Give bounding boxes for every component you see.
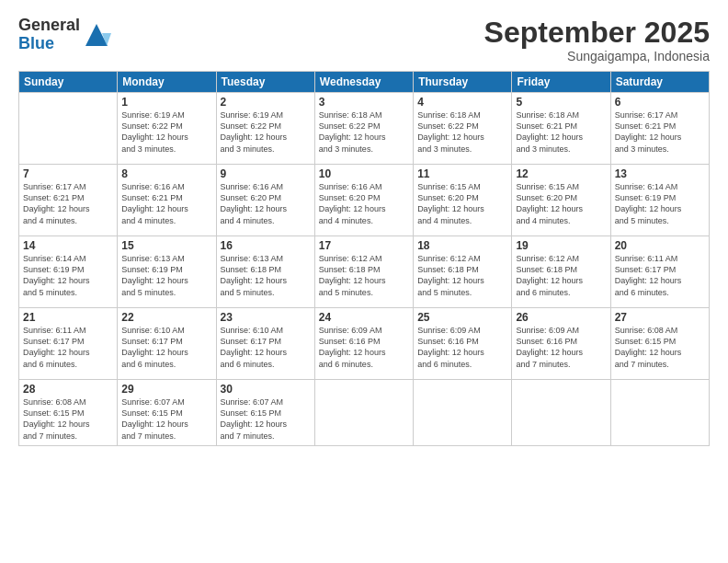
table-row: 27Sunrise: 6:08 AM Sunset: 6:15 PM Dayli… xyxy=(610,308,709,380)
cell-info: Sunrise: 6:11 AM Sunset: 6:17 PM Dayligh… xyxy=(615,253,705,298)
table-row: 5Sunrise: 6:18 AM Sunset: 6:21 PM Daylig… xyxy=(512,93,610,165)
logo-blue: Blue xyxy=(18,35,80,53)
date-number: 15 xyxy=(121,239,211,252)
table-row: 16Sunrise: 6:13 AM Sunset: 6:18 PM Dayli… xyxy=(216,236,314,308)
table-row: 18Sunrise: 6:12 AM Sunset: 6:18 PM Dayli… xyxy=(414,236,512,308)
logo-general: General xyxy=(18,17,80,35)
date-number: 1 xyxy=(121,96,211,109)
cell-info: Sunrise: 6:09 AM Sunset: 6:16 PM Dayligh… xyxy=(516,325,606,370)
table-row: 17Sunrise: 6:12 AM Sunset: 6:18 PM Dayli… xyxy=(314,236,413,308)
table-row: 25Sunrise: 6:09 AM Sunset: 6:16 PM Dayli… xyxy=(414,308,512,380)
table-row: 30Sunrise: 6:07 AM Sunset: 6:15 PM Dayli… xyxy=(216,380,314,446)
date-number: 9 xyxy=(221,167,311,180)
cell-info: Sunrise: 6:09 AM Sunset: 6:16 PM Dayligh… xyxy=(319,325,409,370)
cell-info: Sunrise: 6:12 AM Sunset: 6:18 PM Dayligh… xyxy=(417,253,507,298)
cell-info: Sunrise: 6:07 AM Sunset: 6:15 PM Dayligh… xyxy=(121,396,211,442)
cell-info: Sunrise: 6:16 AM Sunset: 6:21 PM Dayligh… xyxy=(121,181,211,226)
col-friday: Friday xyxy=(512,72,610,93)
cell-info: Sunrise: 6:17 AM Sunset: 6:21 PM Dayligh… xyxy=(615,109,705,155)
date-number: 13 xyxy=(615,167,705,180)
cell-info: Sunrise: 6:16 AM Sunset: 6:20 PM Dayligh… xyxy=(319,181,409,226)
table-row: 4Sunrise: 6:18 AM Sunset: 6:22 PM Daylig… xyxy=(414,93,512,165)
logo: General Blue xyxy=(18,17,111,53)
cell-info: Sunrise: 6:19 AM Sunset: 6:22 PM Dayligh… xyxy=(121,109,211,155)
cell-info: Sunrise: 6:15 AM Sunset: 6:20 PM Dayligh… xyxy=(417,181,507,226)
date-number: 7 xyxy=(23,167,113,180)
table-row xyxy=(512,380,610,446)
date-number: 8 xyxy=(121,167,211,180)
header-row: Sunday Monday Tuesday Wednesday Thursday… xyxy=(19,72,710,93)
col-thursday: Thursday xyxy=(414,72,512,93)
table-row xyxy=(414,380,512,446)
subtitle: Sungaigampa, Indonesia xyxy=(484,49,710,63)
col-wednesday: Wednesday xyxy=(314,72,413,93)
date-number: 11 xyxy=(417,167,507,180)
table-row: 24Sunrise: 6:09 AM Sunset: 6:16 PM Dayli… xyxy=(314,308,413,380)
cell-info: Sunrise: 6:12 AM Sunset: 6:18 PM Dayligh… xyxy=(516,253,606,298)
cell-info: Sunrise: 6:18 AM Sunset: 6:21 PM Dayligh… xyxy=(516,109,606,155)
date-number: 10 xyxy=(319,167,409,180)
date-number: 20 xyxy=(615,239,705,252)
date-number: 19 xyxy=(516,239,606,252)
date-number: 25 xyxy=(417,311,507,324)
logo-text: General Blue xyxy=(18,17,80,53)
table-row xyxy=(19,93,118,165)
table-row: 10Sunrise: 6:16 AM Sunset: 6:20 PM Dayli… xyxy=(314,165,413,236)
table-row: 19Sunrise: 6:12 AM Sunset: 6:18 PM Dayli… xyxy=(512,236,610,308)
date-number: 4 xyxy=(417,96,507,109)
date-number: 23 xyxy=(221,311,311,324)
date-number: 28 xyxy=(23,383,113,396)
table-row: 23Sunrise: 6:10 AM Sunset: 6:17 PM Dayli… xyxy=(216,308,314,380)
date-number: 27 xyxy=(615,311,705,324)
table-row: 13Sunrise: 6:14 AM Sunset: 6:19 PM Dayli… xyxy=(610,165,709,236)
table-row: 20Sunrise: 6:11 AM Sunset: 6:17 PM Dayli… xyxy=(610,236,709,308)
col-saturday: Saturday xyxy=(610,72,709,93)
cell-info: Sunrise: 6:18 AM Sunset: 6:22 PM Dayligh… xyxy=(417,109,507,155)
cell-info: Sunrise: 6:16 AM Sunset: 6:20 PM Dayligh… xyxy=(221,181,311,226)
month-title: September 2025 xyxy=(484,17,710,49)
cell-info: Sunrise: 6:15 AM Sunset: 6:20 PM Dayligh… xyxy=(516,181,606,226)
logo-icon xyxy=(82,20,111,50)
table-row: 21Sunrise: 6:11 AM Sunset: 6:17 PM Dayli… xyxy=(19,308,118,380)
date-number: 22 xyxy=(121,311,211,324)
cell-info: Sunrise: 6:08 AM Sunset: 6:15 PM Dayligh… xyxy=(615,325,705,370)
table-row: 22Sunrise: 6:10 AM Sunset: 6:17 PM Dayli… xyxy=(118,308,216,380)
table-row: 12Sunrise: 6:15 AM Sunset: 6:20 PM Dayli… xyxy=(512,165,610,236)
table-row xyxy=(610,380,709,446)
date-number: 21 xyxy=(23,311,113,324)
col-tuesday: Tuesday xyxy=(216,72,314,93)
cell-info: Sunrise: 6:08 AM Sunset: 6:15 PM Dayligh… xyxy=(23,396,113,442)
cell-info: Sunrise: 6:14 AM Sunset: 6:19 PM Dayligh… xyxy=(615,181,705,226)
cell-info: Sunrise: 6:09 AM Sunset: 6:16 PM Dayligh… xyxy=(417,325,507,370)
table-row: 6Sunrise: 6:17 AM Sunset: 6:21 PM Daylig… xyxy=(610,93,709,165)
table-row: 11Sunrise: 6:15 AM Sunset: 6:20 PM Dayli… xyxy=(414,165,512,236)
cell-info: Sunrise: 6:19 AM Sunset: 6:22 PM Dayligh… xyxy=(221,109,311,155)
date-number: 26 xyxy=(516,311,606,324)
date-number: 29 xyxy=(121,383,211,396)
date-number: 17 xyxy=(319,239,409,252)
col-sunday: Sunday xyxy=(19,72,118,93)
date-number: 16 xyxy=(221,239,311,252)
table-row: 7Sunrise: 6:17 AM Sunset: 6:21 PM Daylig… xyxy=(19,165,118,236)
table-row: 15Sunrise: 6:13 AM Sunset: 6:19 PM Dayli… xyxy=(118,236,216,308)
table-row: 14Sunrise: 6:14 AM Sunset: 6:19 PM Dayli… xyxy=(19,236,118,308)
table-row: 28Sunrise: 6:08 AM Sunset: 6:15 PM Dayli… xyxy=(19,380,118,446)
table-row: 8Sunrise: 6:16 AM Sunset: 6:21 PM Daylig… xyxy=(118,165,216,236)
cell-info: Sunrise: 6:10 AM Sunset: 6:17 PM Dayligh… xyxy=(121,325,211,370)
date-number: 5 xyxy=(516,96,606,109)
date-number: 18 xyxy=(417,239,507,252)
header: General Blue September 2025 Sungaigampa,… xyxy=(18,17,710,63)
date-number: 14 xyxy=(23,239,113,252)
date-number: 3 xyxy=(319,96,409,109)
date-number: 30 xyxy=(221,383,311,396)
title-block: September 2025 Sungaigampa, Indonesia xyxy=(484,17,710,63)
cell-info: Sunrise: 6:10 AM Sunset: 6:17 PM Dayligh… xyxy=(221,325,311,370)
page: General Blue September 2025 Sungaigampa,… xyxy=(0,0,728,563)
cell-info: Sunrise: 6:07 AM Sunset: 6:15 PM Dayligh… xyxy=(221,396,311,442)
cell-info: Sunrise: 6:13 AM Sunset: 6:19 PM Dayligh… xyxy=(121,253,211,298)
table-row: 29Sunrise: 6:07 AM Sunset: 6:15 PM Dayli… xyxy=(118,380,216,446)
table-row: 3Sunrise: 6:18 AM Sunset: 6:22 PM Daylig… xyxy=(314,93,413,165)
col-monday: Monday xyxy=(118,72,216,93)
date-number: 12 xyxy=(516,167,606,180)
cell-info: Sunrise: 6:12 AM Sunset: 6:18 PM Dayligh… xyxy=(319,253,409,298)
